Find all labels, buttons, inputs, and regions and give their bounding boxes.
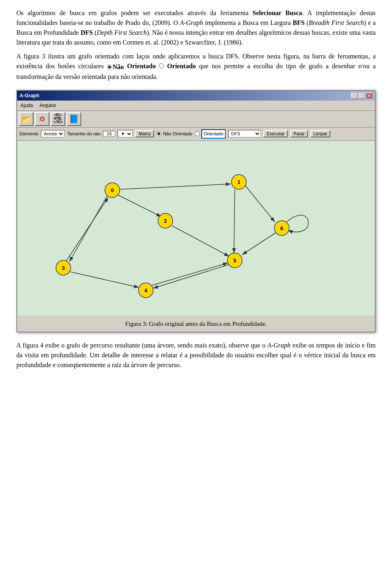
toolbar-folder-btn[interactable]: 📂: [19, 112, 33, 126]
nao-orientado-radio[interactable]: [156, 131, 161, 136]
dfs-select[interactable]: DFS: [228, 130, 261, 137]
elemento-label: Elemento: [20, 130, 38, 137]
paragraph-1: Os algoritmos de busca em grafos podem s…: [16, 8, 376, 47]
edge-2-5: [172, 226, 229, 256]
edge-0-2: [116, 194, 161, 217]
figure-caption: Figura 3: Grafo original antes da Busca …: [17, 316, 375, 332]
after-figure-text: A figura 4 exibe o grafo de percurso res…: [16, 341, 376, 370]
graph-svg: 0 1 2 3 4 5 6: [18, 141, 374, 313]
controls-bar: Elemento Aresta Tamanho do raio ▼ Matriz…: [17, 128, 375, 141]
edge-0-3: [69, 195, 107, 262]
window-title: A-Graph: [20, 92, 39, 99]
intro-text-block: Os algoritmos de busca em grafos podem s…: [16, 8, 376, 82]
aresta-select[interactable]: Aresta: [41, 130, 65, 137]
window-control-buttons: _ □ ✕: [351, 93, 372, 99]
tamanho-select[interactable]: ▼: [118, 130, 133, 137]
tamanho-input[interactable]: [103, 131, 115, 137]
close-button[interactable]: ✕: [366, 93, 372, 99]
parar-button[interactable]: Parar: [290, 130, 308, 137]
window-menubar: Ajuda Arquivo: [17, 101, 375, 111]
edge-5-4: [153, 265, 229, 288]
highlight-busca: busca: [70, 9, 85, 16]
toolbar-html-btn[interactable]: <H1>HTML</H1>: [51, 112, 65, 126]
paragraph-2: A figura 3 ilustra um grafo orientado co…: [16, 52, 376, 82]
minimize-button[interactable]: _: [351, 93, 358, 99]
maximize-button[interactable]: □: [359, 93, 365, 99]
edge-6-5: [242, 232, 276, 255]
toolbar: 📂 ✡ <H1>HTML</H1> 📘: [17, 111, 375, 128]
edge-1-6: [245, 185, 275, 222]
executar-button[interactable]: Executar: [263, 130, 287, 137]
menu-ajuda[interactable]: Ajuda: [19, 101, 35, 110]
node-5-label: 5: [233, 258, 236, 264]
matriz-button[interactable]: Matriz: [135, 130, 154, 137]
tamanho-label: Tamanho do raio: [67, 130, 100, 137]
node-3-label: 3: [62, 265, 65, 271]
edge-1-5: [234, 189, 235, 253]
menu-arquivo[interactable]: Arquivo: [38, 101, 58, 110]
orientado-label: Orientado: [201, 129, 226, 139]
toolbar-html-icon: <H1>HTML</H1>: [53, 114, 63, 124]
node-2-label: 2: [164, 218, 167, 224]
agraph-window: A-Graph _ □ ✕ Ajuda Arquivo 📂 ✡ <H1>HTML…: [16, 90, 376, 332]
node-0-label: 0: [111, 187, 114, 193]
node-1-label: 1: [237, 179, 240, 185]
node-6-label: 6: [280, 225, 283, 231]
graph-canvas[interactable]: 0 1 2 3 4 5 6: [17, 141, 375, 316]
toolbar-star-btn[interactable]: ✡: [35, 112, 49, 126]
orientado-radio-group: Orientado: [195, 129, 226, 139]
edge-4-5: [152, 263, 228, 285]
node-4-label: 4: [144, 287, 147, 294]
edge-0-1: [120, 184, 231, 189]
nao-orientado-radio-group: Não Orientado: [156, 130, 192, 137]
paragraph-after: A figura 4 exibe o grafo de percurso res…: [16, 341, 376, 370]
edge-3-4: [71, 272, 139, 287]
nao-orientado-label: Não Orientado: [163, 130, 192, 137]
orientado-radio[interactable]: [195, 131, 200, 136]
edge-3-0: [65, 197, 108, 264]
window-titlebar: A-Graph _ □ ✕: [17, 91, 375, 101]
limpar-button[interactable]: Limpar: [310, 130, 331, 137]
toolbar-book-btn[interactable]: 📘: [67, 112, 81, 126]
